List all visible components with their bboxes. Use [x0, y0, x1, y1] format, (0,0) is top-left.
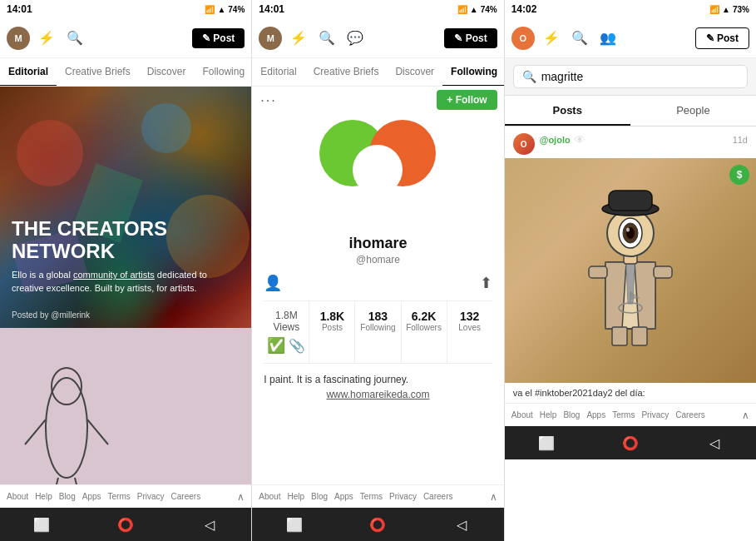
- post-image: $: [505, 158, 756, 383]
- hero-image-1: THE CREATORS NETWORK Ello is a global co…: [0, 87, 251, 328]
- search-icon-3[interactable]: 🔍: [568, 27, 591, 50]
- tab-following-1[interactable]: Following: [194, 58, 251, 87]
- battery-text-3: 73%: [733, 5, 749, 14]
- post-header: @ojolo 👁 11d: [540, 133, 748, 146]
- lightning-icon-3[interactable]: ⚡: [540, 27, 563, 50]
- footer-apps-2[interactable]: Apps: [334, 492, 353, 501]
- tab-creative-1[interactable]: Creative Briefs: [57, 58, 139, 87]
- lightning-icon-2[interactable]: ⚡: [287, 27, 310, 50]
- footer-apps-1[interactable]: Apps: [82, 492, 101, 501]
- stat-loves-num: 132: [451, 310, 489, 323]
- footer-help-3[interactable]: Help: [540, 410, 557, 419]
- footer-terms-1[interactable]: Terms: [108, 492, 131, 501]
- battery-text-2: 74%: [481, 5, 497, 14]
- profile-logo: [319, 112, 436, 228]
- share-icon[interactable]: ⬆: [480, 274, 492, 292]
- status-icons-2: 📶 ▲ 74%: [457, 5, 497, 14]
- back-icon-3[interactable]: ⭕: [619, 431, 642, 454]
- recent-icon-2[interactable]: ◁: [450, 513, 473, 536]
- post-item: O @ojolo 👁 11d: [505, 127, 756, 158]
- tab-people[interactable]: People: [630, 96, 756, 126]
- footer-terms-2[interactable]: Terms: [360, 492, 383, 501]
- search-query[interactable]: magritte: [541, 70, 739, 83]
- tab-discover-1[interactable]: Discover: [139, 58, 195, 87]
- svg-point-25: [626, 228, 630, 232]
- post-avatar[interactable]: O: [513, 133, 535, 155]
- lightning-icon-1[interactable]: ⚡: [35, 27, 58, 50]
- footer-help-1[interactable]: Help: [35, 492, 52, 501]
- signal-icon-1: 📶: [205, 5, 215, 14]
- avatar-3[interactable]: O: [511, 27, 535, 50]
- tab-editorial-2[interactable]: Editorial: [252, 58, 304, 87]
- verified-icon: ✅: [267, 336, 285, 355]
- message-icon-2[interactable]: 💬: [343, 27, 367, 50]
- people-icon-3[interactable]: 👥: [596, 27, 620, 50]
- stat-badges: 1.8M Views: [267, 310, 305, 333]
- tab-posts[interactable]: Posts: [505, 96, 630, 126]
- post-button-3[interactable]: ✎ Post: [695, 27, 749, 49]
- recent-icon-1[interactable]: ◁: [198, 513, 221, 536]
- follow-button[interactable]: + Follow: [437, 90, 497, 110]
- post-button-1[interactable]: ✎ Post: [192, 28, 245, 48]
- battery-text-1: 74%: [228, 5, 245, 14]
- stat-loves-label: Loves: [451, 323, 489, 332]
- chevron-up-icon-1[interactable]: ∧: [237, 491, 245, 503]
- post-time: 11d: [733, 135, 748, 145]
- stat-following-num: 183: [358, 310, 397, 323]
- tab-creative-2[interactable]: Creative Briefs: [305, 58, 388, 87]
- footer-privacy-3[interactable]: Privacy: [641, 410, 669, 419]
- avatar-1[interactable]: M: [7, 27, 30, 50]
- post-button-2[interactable]: ✎ Post: [444, 28, 497, 48]
- recent-icon-3[interactable]: ◁: [703, 431, 726, 454]
- footer-apps-3[interactable]: Apps: [586, 410, 605, 419]
- footer-terms-3[interactable]: Terms: [612, 410, 635, 419]
- footer-blog-1[interactable]: Blog: [59, 492, 76, 501]
- profile-website[interactable]: www.homareikeda.com: [326, 389, 429, 407]
- home-icon-2[interactable]: ⬜: [283, 513, 306, 536]
- search-icon-1[interactable]: 🔍: [63, 27, 86, 50]
- footer-blog-2[interactable]: Blog: [311, 492, 328, 501]
- stats-row: 1.8M Views ✅ 📎 1.8K Posts 183 Following: [264, 300, 492, 364]
- footer-careers-3[interactable]: Careers: [675, 410, 705, 419]
- stat-followers-label: Followers: [405, 323, 443, 332]
- time-3: 14:02: [511, 3, 537, 15]
- time-1: 14:01: [7, 3, 32, 15]
- back-icon-1[interactable]: ⭕: [114, 513, 137, 536]
- footer-about-1[interactable]: About: [7, 492, 28, 501]
- views-text: 1.8M Views: [267, 310, 305, 333]
- chevron-up-icon-3[interactable]: ∧: [742, 409, 749, 421]
- footer-blog-3[interactable]: Blog: [563, 410, 580, 419]
- search-bar[interactable]: 🔍 magritte: [513, 65, 748, 88]
- tab-editorial-1[interactable]: Editorial: [0, 58, 57, 87]
- tab-discover-2[interactable]: Discover: [387, 58, 442, 87]
- home-icon-1[interactable]: ⬜: [30, 513, 53, 536]
- profile-handle: @homare: [356, 254, 400, 266]
- bottom-nav-3: ⬜ ⭕ ◁: [505, 426, 756, 459]
- avatar-2[interactable]: M: [259, 27, 282, 50]
- time-2: 14:01: [259, 3, 284, 15]
- tab-bar-2: Editorial Creative Briefs Discover Follo…: [252, 58, 503, 87]
- footer-privacy-2[interactable]: Privacy: [389, 492, 417, 501]
- search-icon-2[interactable]: 🔍: [315, 27, 338, 50]
- dots-menu-icon[interactable]: ···: [260, 93, 276, 108]
- footer-about-2[interactable]: About: [259, 492, 280, 501]
- footer-careers-1[interactable]: Careers: [171, 492, 201, 501]
- home-icon-3[interactable]: ⬜: [535, 431, 558, 454]
- chevron-up-icon-2[interactable]: ∧: [490, 491, 497, 503]
- stat-posts-label: Posts: [313, 323, 351, 332]
- profile-bio: I paint. It is a fascinating journey.: [264, 364, 492, 389]
- tab-following-2[interactable]: Following: [442, 58, 504, 87]
- post-handle[interactable]: @ojolo: [540, 135, 571, 145]
- footer-careers-2[interactable]: Careers: [423, 492, 453, 501]
- back-icon-2[interactable]: ⭕: [366, 513, 389, 536]
- svg-rect-17: [632, 327, 647, 345]
- search-bar-container: 🔍 magritte: [505, 58, 756, 96]
- follow-user-icon[interactable]: 👤: [264, 274, 282, 292]
- badge-icons: ✅ 📎: [267, 336, 305, 355]
- second-card-1: Tyler Lamph: [0, 328, 251, 484]
- footer-privacy-1[interactable]: Privacy: [137, 492, 165, 501]
- profile-name: ihomare: [348, 235, 407, 252]
- footer-about-3[interactable]: About: [511, 410, 533, 419]
- hero-text-1: THE CREATORS NETWORK Ello is a global co…: [12, 218, 240, 295]
- footer-help-2[interactable]: Help: [287, 492, 304, 501]
